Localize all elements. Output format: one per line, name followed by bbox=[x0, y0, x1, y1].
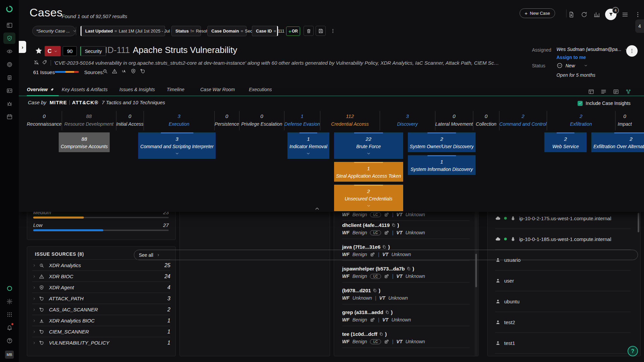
sidebar-item-dashboards-icon[interactable] bbox=[3, 19, 15, 31]
share-icon[interactable] bbox=[384, 274, 389, 279]
technique-system-owner-user-discovery[interactable]: 2System Owner/User Discovery bbox=[408, 132, 476, 152]
checkbox-checked-icon[interactable] bbox=[578, 101, 583, 106]
tactic-resource-development[interactable]: 88Resource Development bbox=[62, 111, 116, 130]
tactic-lateral-movement[interactable]: 0Lateral Movement bbox=[435, 111, 473, 130]
technique-system-information-discovery[interactable]: 1System Information Discovery bbox=[408, 155, 476, 175]
sidebar-item-cases-icon[interactable] bbox=[3, 33, 15, 44]
copy-icon[interactable] bbox=[382, 245, 386, 249]
chevron-right-icon[interactable] bbox=[32, 263, 39, 267]
issue-source-row[interactable]: XDR Analytics25 bbox=[32, 259, 170, 271]
sidebar-item-detection-icon[interactable] bbox=[3, 59, 15, 70]
see-all-button[interactable]: See all bbox=[134, 250, 638, 260]
expand-chevron-icon[interactable] bbox=[140, 151, 214, 156]
help-button[interactable]: ? bbox=[628, 346, 638, 356]
share-icon[interactable] bbox=[384, 212, 389, 217]
filter-pill[interactable]: Last Updated=Last 1M (Jul 1st 2025 - Jul… bbox=[80, 26, 165, 36]
chart-icon[interactable] bbox=[592, 10, 601, 19]
kebab-icon[interactable] bbox=[633, 10, 642, 19]
add-or-filter-button[interactable]: +OR bbox=[286, 26, 300, 36]
share-icon[interactable] bbox=[384, 230, 389, 235]
copy-icon[interactable] bbox=[373, 288, 377, 293]
lc-badge[interactable]: LC bbox=[370, 212, 381, 217]
technique-web-service[interactable]: 2Web Service bbox=[544, 132, 587, 152]
letterA-source-icon[interactable] bbox=[121, 68, 127, 74]
issue-source-row[interactable]: VULNERABILITY_POLICY1 bbox=[32, 337, 170, 348]
issue-source-row[interactable]: XDR Agent4 bbox=[32, 282, 170, 293]
technique-brute-force[interactable]: 22Brute Force bbox=[334, 132, 403, 159]
copy-icon[interactable] bbox=[407, 266, 411, 271]
tactic-credential-access[interactable]: 112Credential Access bbox=[320, 111, 380, 130]
expand-chevron-icon[interactable] bbox=[336, 203, 401, 208]
tag-icon[interactable] bbox=[42, 60, 47, 65]
tactic-defense-evasion[interactable]: 1Defense Evasion bbox=[284, 111, 320, 130]
filter-pill[interactable]: Case ID=111 bbox=[252, 26, 278, 36]
filter-pill[interactable]: Status!=Resolved bbox=[171, 26, 201, 36]
technique-steal-application-access-token[interactable]: 1Steal Application Access Token bbox=[334, 162, 403, 182]
severity-badge[interactable]: C bbox=[45, 46, 61, 56]
tactic-exfiltration[interactable]: 2Exfiltration bbox=[547, 111, 615, 130]
filter-results-button[interactable]: 4 bbox=[605, 9, 616, 20]
process-entry[interactable]: (b978...d201)WFUnknown|VTUnknown bbox=[342, 288, 470, 304]
copy-icon[interactable] bbox=[391, 223, 396, 227]
sidebar-item-cortex-logo-icon[interactable] bbox=[3, 283, 15, 294]
include-case-insights-toggle[interactable]: Include Case Insights bbox=[578, 101, 631, 106]
tab-overview[interactable]: Overview bbox=[27, 87, 54, 92]
lc-badge[interactable]: LC bbox=[370, 274, 381, 279]
user-row[interactable]: test1 bbox=[495, 333, 631, 354]
sidebar-item-threat-intel-icon[interactable] bbox=[3, 98, 15, 109]
collapse-panel-chevron[interactable] bbox=[314, 205, 320, 212]
chevron-right-icon[interactable] bbox=[32, 308, 39, 312]
sidebar-item-help-icon[interactable] bbox=[3, 335, 15, 346]
scrollbar-thumb[interactable] bbox=[638, 213, 639, 232]
issue-source-row[interactable]: ATTACK_PATH3 bbox=[32, 293, 170, 304]
sidebar-item-settings-icon[interactable] bbox=[3, 296, 15, 307]
save-filter-button[interactable] bbox=[316, 26, 326, 36]
technique-exfiltration-over-alternative-protocol[interactable]: 2Exfiltration Over Alternative Protocol bbox=[591, 132, 644, 152]
filter-preset-dropdown[interactable]: *Security Case ... bbox=[32, 26, 76, 36]
assign-to-me-link[interactable]: Assign to me bbox=[556, 55, 586, 60]
tab-key-assets-artifacts[interactable]: Key Assets & Artifacts bbox=[62, 87, 108, 92]
tab-issues-insights[interactable]: Issues & Insights bbox=[119, 87, 155, 92]
tactic-privilege-escalation[interactable]: 0Privilege Escalation bbox=[239, 111, 284, 130]
sidebar-item-assets-icon[interactable] bbox=[3, 85, 15, 96]
expand-chevron-icon[interactable] bbox=[336, 151, 401, 156]
graph-view-icon[interactable] bbox=[625, 88, 632, 95]
technique-indicator-removal[interactable]: 1Indicator Removal bbox=[287, 132, 329, 159]
hamburger-icon[interactable] bbox=[621, 10, 629, 19]
sidebar-item-apps-icon[interactable] bbox=[3, 309, 15, 320]
tab-timeline[interactable]: Timeline bbox=[167, 87, 184, 92]
lc-badge[interactable]: LC bbox=[370, 230, 381, 235]
table-view-icon[interactable] bbox=[588, 88, 594, 95]
tab-executions[interactable]: Executions bbox=[249, 87, 272, 92]
side-drawer-tab[interactable]: 4 bbox=[635, 19, 644, 33]
export-icon[interactable] bbox=[567, 10, 576, 19]
technique-command-and-scripting-interpreter[interactable]: 3Command and Scripting Interpreter bbox=[138, 132, 216, 159]
chevron-right-icon[interactable] bbox=[32, 330, 39, 334]
expand-chevron-icon[interactable] bbox=[289, 151, 327, 156]
tactic-persistence[interactable]: 0Persistence bbox=[215, 111, 239, 130]
process-entry[interactable]: grep (a318...aedd)WFBenign|VTUnknown bbox=[342, 309, 470, 326]
issue-source-row[interactable]: CIEM_SCANNER1 bbox=[32, 326, 170, 337]
issues-count[interactable]: 61 Issues bbox=[33, 69, 55, 75]
tactic-reconnaissance[interactable]: 0Reconnaissance bbox=[27, 111, 62, 130]
user-row[interactable]: user bbox=[495, 270, 631, 291]
new-case-button[interactable]: + New Case bbox=[520, 8, 555, 18]
expand-panel-handle[interactable]: › bbox=[19, 41, 26, 53]
card-view-icon[interactable] bbox=[612, 88, 619, 95]
shieldTarget-source-icon[interactable] bbox=[130, 68, 136, 74]
issue-source-row[interactable]: XDR Analytics BIOC1 bbox=[32, 315, 170, 326]
share-icon[interactable] bbox=[384, 339, 389, 344]
sidebar-item-reports-icon[interactable] bbox=[3, 72, 15, 83]
technique-compromise-accounts[interactable]: 88Compromise Accounts bbox=[59, 132, 110, 152]
chevron-right-icon[interactable] bbox=[32, 286, 39, 290]
chevron-right-icon[interactable] bbox=[32, 297, 39, 301]
tactic-command-and-control[interactable]: 2Command and Control bbox=[499, 111, 547, 130]
copy-icon[interactable] bbox=[385, 310, 389, 314]
share-icon[interactable] bbox=[370, 317, 375, 322]
filter-pill[interactable]: Case Domain=Security bbox=[207, 26, 247, 36]
tactic-initial-access[interactable]: 0Initial Access bbox=[116, 111, 144, 130]
delete-filter-button[interactable] bbox=[304, 26, 314, 36]
refresh-icon[interactable] bbox=[580, 10, 588, 19]
tab-case-war-room[interactable]: Case War Room bbox=[200, 87, 235, 92]
process-entry[interactable]: tee (1c0d...dcff)WFBenignLC|VTUnknown bbox=[342, 331, 470, 348]
